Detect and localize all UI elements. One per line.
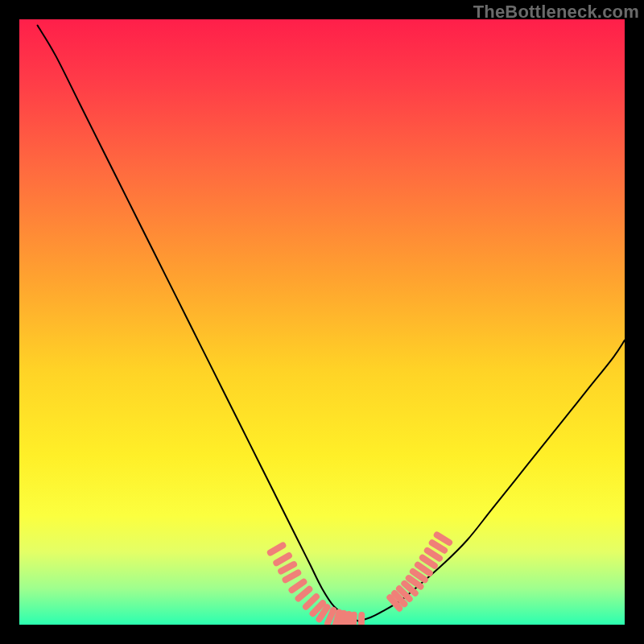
chart-marker (328, 610, 333, 624)
chart-marker (361, 615, 362, 625)
chart-marker (286, 572, 299, 580)
chart-marker (335, 613, 339, 625)
chart-marker (270, 545, 283, 552)
chart-svg (19, 19, 625, 625)
chart-marker (423, 558, 435, 566)
watermark-text: TheBottleneck.com (0, 2, 639, 23)
chart-marker (432, 543, 444, 550)
chart-marker (437, 535, 449, 543)
chart-marker (276, 555, 289, 563)
chart-line-0 (38, 26, 359, 621)
chart-marker (292, 582, 304, 590)
chart-marker (418, 565, 430, 573)
chart-marker (306, 597, 316, 606)
chart-marker (341, 613, 344, 625)
chart-line-1 (358, 341, 625, 621)
chart-marker (347, 614, 349, 625)
chart-marker (281, 564, 294, 572)
chart-marker (427, 551, 440, 559)
chart-marker (353, 615, 353, 625)
chart-marker (299, 589, 310, 599)
